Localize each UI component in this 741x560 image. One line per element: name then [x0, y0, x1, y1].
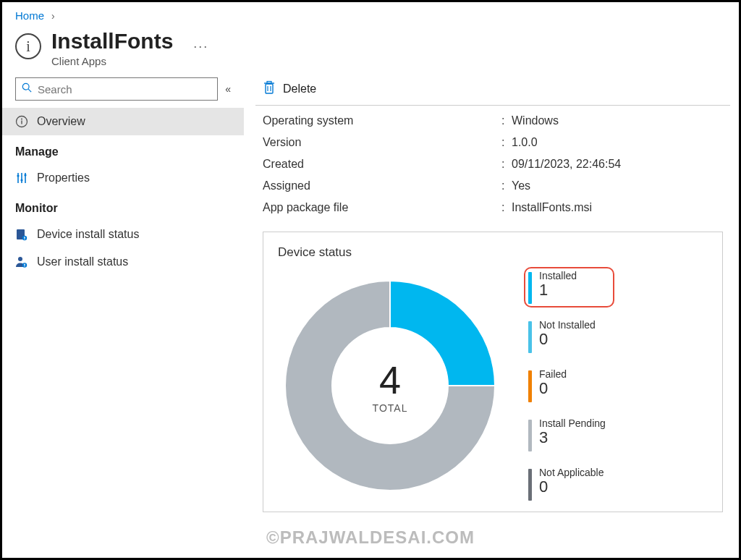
sidebar-item-device-install[interactable]: Device install status — [2, 221, 244, 248]
legend: Installed1Not Installed0Failed0Install P… — [524, 267, 614, 504]
svg-rect-17 — [24, 264, 25, 266]
delete-button-label: Delete — [283, 82, 316, 96]
detail-value: Yes — [512, 179, 730, 192]
search-input-wrap[interactable] — [15, 77, 218, 101]
legend-value: 0 — [539, 380, 567, 397]
sidebar-item-label: User install status — [37, 255, 128, 268]
legend-item-failed[interactable]: Failed0 — [524, 365, 614, 406]
svg-point-14 — [24, 239, 25, 239]
sidebar-item-user-install[interactable]: User install status — [2, 248, 244, 276]
sidebar-item-label: Properties — [37, 171, 90, 184]
card-title: Device status — [278, 245, 708, 260]
main-content: Delete Operating system : Windows Versio… — [248, 77, 739, 519]
legend-value: 0 — [539, 478, 604, 496]
sidebar-section-manage: Manage — [2, 135, 244, 164]
donut-total-number: 4 — [373, 357, 408, 402]
legend-label: Not Applicable — [539, 467, 604, 478]
legend-label: Not Installed — [539, 320, 596, 331]
device-icon — [15, 228, 28, 241]
detail-value: 09/11/2023, 22:46:54 — [512, 158, 730, 171]
detail-row-os: Operating system : Windows — [263, 110, 730, 132]
detail-row-created: Created : 09/11/2023, 22:46:54 — [263, 153, 730, 175]
sidebar: « Overview Manage Properties Monitor Dev… — [2, 77, 248, 519]
svg-point-8 — [17, 174, 19, 177]
info-circle-icon — [15, 115, 28, 128]
detail-row-assigned: Assigned : Yes — [263, 175, 730, 197]
legend-label: Install Pending — [539, 418, 606, 429]
info-icon: i — [15, 33, 41, 59]
chevron-right-icon: › — [51, 10, 55, 22]
legend-value: 3 — [539, 429, 606, 446]
detail-value: 1.0.0 — [512, 136, 730, 149]
svg-point-3 — [21, 119, 22, 120]
svg-rect-13 — [24, 237, 25, 238]
breadcrumb: Home › — [2, 2, 739, 26]
svg-point-18 — [24, 266, 25, 266]
detail-label: Created — [263, 158, 501, 171]
detail-row-version: Version : 1.0.0 — [263, 132, 730, 153]
detail-value: Windows — [512, 114, 730, 127]
trash-icon — [263, 80, 276, 98]
watermark: ©PRAJWALDESAI.COM — [266, 527, 475, 548]
details-panel: Operating system : Windows Version : 1.0… — [255, 105, 730, 226]
legend-value: 1 — [539, 281, 577, 299]
legend-item-not_installed[interactable]: Not Installed0 — [524, 316, 614, 357]
svg-point-10 — [24, 174, 26, 176]
svg-rect-23 — [267, 82, 271, 84]
more-button[interactable]: ··· — [193, 39, 208, 54]
search-icon — [22, 82, 32, 96]
legend-color-bar — [528, 321, 532, 353]
svg-rect-4 — [21, 121, 22, 124]
detail-row-package: App package file : InstallFonts.msi — [263, 197, 730, 219]
legend-item-installed[interactable]: Installed1 — [524, 267, 614, 307]
svg-point-9 — [20, 179, 22, 181]
legend-item-pending[interactable]: Install Pending3 — [524, 415, 614, 455]
detail-label: Assigned — [263, 179, 501, 192]
sliders-icon — [15, 171, 28, 184]
svg-line-1 — [28, 89, 31, 92]
legend-color-bar — [528, 272, 532, 304]
page-title: InstallFonts — [51, 29, 173, 54]
sidebar-item-label: Overview — [37, 115, 85, 128]
detail-label: Operating system — [263, 114, 501, 127]
page-subtitle: Client Apps — [51, 55, 173, 67]
donut-chart: 4 TOTAL — [278, 273, 502, 498]
donut-total-label: TOTAL — [373, 402, 408, 414]
sidebar-item-label: Device install status — [37, 228, 139, 241]
legend-item-na[interactable]: Not Applicable0 — [524, 464, 614, 504]
command-bar: Delete — [255, 77, 730, 105]
sidebar-item-properties[interactable]: Properties — [2, 164, 244, 192]
sidebar-item-overview[interactable]: Overview — [2, 108, 244, 135]
search-input[interactable] — [38, 83, 211, 96]
breadcrumb-home[interactable]: Home — [15, 9, 44, 22]
detail-label: App package file — [263, 201, 501, 214]
legend-label: Failed — [539, 369, 567, 380]
legend-value: 0 — [539, 331, 596, 348]
sidebar-section-monitor: Monitor — [2, 192, 244, 221]
legend-color-bar — [528, 370, 532, 402]
detail-value: InstallFonts.msi — [512, 201, 730, 214]
page-header: i InstallFonts Client Apps ··· — [2, 26, 739, 77]
legend-color-bar — [528, 469, 532, 501]
legend-color-bar — [528, 420, 532, 451]
delete-button[interactable]: Delete — [263, 80, 316, 98]
detail-label: Version — [263, 136, 501, 149]
legend-label: Installed — [539, 271, 577, 281]
svg-point-15 — [18, 257, 22, 261]
svg-rect-19 — [266, 84, 273, 93]
user-icon — [15, 255, 28, 268]
device-status-card: Device status 4 TOTAL Installed1Not Inst… — [263, 232, 723, 512]
collapse-sidebar-button[interactable]: « — [225, 83, 231, 95]
svg-point-0 — [22, 83, 29, 90]
